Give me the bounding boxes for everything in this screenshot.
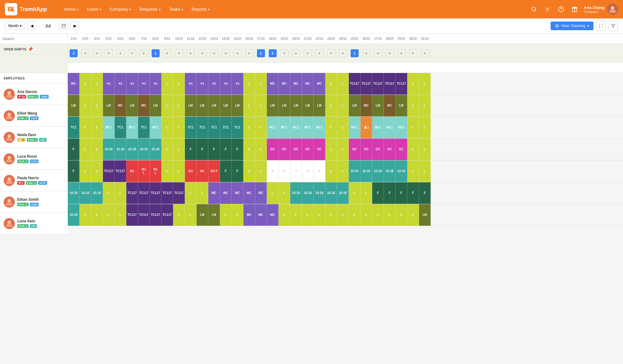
schedule-cell[interactable]: TC117 — [161, 204, 173, 226]
user-menu[interactable]: Ana Zhang Company — [584, 4, 618, 15]
schedule-cell[interactable]: L — [419, 73, 431, 95]
schedule-cell[interactable]: GC — [349, 139, 360, 160]
schedule-cell[interactable]: TC1 — [197, 117, 208, 138]
schedule-cell[interactable]: MC1 — [150, 117, 161, 138]
schedule-cell[interactable]: LM — [314, 95, 325, 116]
schedule-cell[interactable]: MC — [208, 182, 220, 204]
schedule-cell[interactable]: GC — [279, 139, 290, 160]
schedule-cell[interactable]: MC — [360, 95, 372, 116]
nav-reports[interactable]: Reports ▾ — [188, 4, 213, 14]
schedule-cell[interactable]: MC1 — [384, 117, 396, 138]
schedule-cell[interactable]: LM — [267, 95, 279, 116]
schedule-cell[interactable]: F — [396, 182, 407, 204]
schedule-cell[interactable]: L — [173, 204, 185, 226]
schedule-cell[interactable]: L — [232, 204, 243, 226]
open-shift-cell[interactable]: + — [419, 44, 431, 63]
filter-button[interactable] — [608, 21, 618, 31]
schedule-cell[interactable]: 10-18 — [384, 160, 396, 182]
schedule-cell[interactable]: F — [220, 139, 232, 160]
schedule-cell[interactable]: TC117 — [150, 204, 161, 226]
open-shift-cell[interactable]: + — [138, 44, 150, 63]
schedule-cell[interactable]: L — [279, 182, 290, 204]
schedule-cell[interactable]: LM — [185, 95, 197, 116]
schedule-cell[interactable]: L — [255, 117, 267, 138]
schedule-cell[interactable]: L — [243, 139, 255, 160]
schedule-cell[interactable]: LM — [126, 95, 138, 116]
schedule-cell[interactable]: L — [360, 182, 372, 204]
schedule-cell[interactable]: L — [173, 139, 185, 160]
schedule-cell[interactable]: GC — [372, 139, 384, 160]
open-shift-cell[interactable]: + — [302, 44, 314, 63]
open-shift-cell[interactable]: + — [161, 44, 173, 63]
schedule-cell[interactable]: L — [161, 95, 173, 116]
open-shift-cell[interactable]: + — [407, 44, 419, 63]
schedule-cell[interactable]: F — [68, 139, 79, 160]
schedule-cell[interactable]: L — [396, 204, 407, 226]
open-shift-cell[interactable]: + — [103, 44, 115, 63]
schedule-cell[interactable]: TC1 — [232, 117, 243, 138]
schedule-cell[interactable]: 10-18 — [396, 160, 407, 182]
schedule-cell[interactable]: LM — [279, 95, 290, 116]
schedule-cell[interactable]: TC117 — [126, 182, 138, 204]
schedule-cell[interactable]: MC — [302, 73, 314, 95]
nav-home[interactable]: Home ▾ — [60, 4, 82, 14]
schedule-cell[interactable]: L — [349, 204, 360, 226]
schedule-cell[interactable]: MC — [384, 95, 396, 116]
expand-button[interactable] — [596, 21, 606, 31]
schedule-cell[interactable]: L — [255, 160, 267, 182]
schedule-cell[interactable]: ✈1 — [150, 73, 161, 95]
schedule-cell[interactable]: GC — [384, 139, 396, 160]
open-shift-cell[interactable]: 1 — [150, 44, 161, 63]
schedule-cell[interactable]: MC1 — [372, 117, 384, 138]
schedule-cell[interactable]: L — [325, 204, 337, 226]
schedule-cell[interactable]: L — [325, 139, 337, 160]
schedule-cell[interactable]: L — [372, 204, 384, 226]
schedule-cell[interactable]: TC117 — [360, 73, 372, 95]
open-shift-cell[interactable]: + — [232, 44, 243, 63]
schedule-cell[interactable]: TC1 — [220, 117, 232, 138]
schedule-cell[interactable]: L — [79, 160, 91, 182]
schedule-cell[interactable]: TC1 — [185, 117, 197, 138]
schedule-cell[interactable]: F — [220, 160, 232, 182]
schedule-cell[interactable]: L — [337, 160, 349, 182]
schedule-cell[interactable]: MC — [68, 73, 79, 95]
schedule-cell[interactable]: L — [197, 182, 208, 204]
schedule-cell[interactable]: MC — [243, 182, 255, 204]
schedule-cell[interactable]: MC1 — [302, 117, 314, 138]
schedule-cell[interactable]: L — [290, 204, 302, 226]
schedule-cell[interactable]: ✈1 — [103, 73, 115, 95]
schedule-cell[interactable]: MC — [243, 204, 255, 226]
schedule-cell[interactable]: L — [161, 117, 173, 138]
schedule-cell[interactable]: F — [407, 182, 419, 204]
schedule-cell[interactable]: + — [302, 160, 314, 182]
schedule-cell[interactable]: TC1 — [115, 117, 126, 138]
open-shift-cell[interactable]: 1 — [349, 44, 360, 63]
schedule-cell[interactable]: LM — [419, 204, 431, 226]
schedule-cell[interactable]: LM — [197, 95, 208, 116]
schedule-cell[interactable]: ⚙1L — [138, 160, 150, 182]
open-shift-cell[interactable]: + — [372, 44, 384, 63]
schedule-cell[interactable]: TC117 — [138, 182, 150, 204]
nav-users[interactable]: Users ▾ — [83, 4, 105, 14]
schedule-cell[interactable]: F — [68, 160, 79, 182]
schedule-cell[interactable]: LM — [220, 95, 232, 116]
schedule-cell[interactable]: TC117 — [115, 160, 126, 182]
open-shift-cell[interactable]: + — [396, 44, 407, 63]
schedule-cell[interactable]: L — [419, 139, 431, 160]
schedule-cell[interactable]: TC117 — [126, 204, 138, 226]
schedule-cell[interactable]: ✈1 — [138, 73, 150, 95]
schedule-cell[interactable]: L — [407, 139, 419, 160]
open-shift-cell[interactable]: + — [337, 44, 349, 63]
open-shift-cell[interactable]: + — [220, 44, 232, 63]
schedule-cell[interactable]: L — [325, 160, 337, 182]
schedule-cell[interactable]: L — [419, 95, 431, 116]
schedule-cell[interactable]: 10-18 — [68, 182, 79, 204]
schedule-cell[interactable]: TC117 — [372, 73, 384, 95]
schedule-cell[interactable]: L — [243, 117, 255, 138]
schedule-cell[interactable]: L — [220, 204, 232, 226]
search-icon[interactable] — [530, 5, 538, 14]
schedule-cell[interactable]: LM — [103, 95, 115, 116]
schedule-cell[interactable]: F — [232, 139, 243, 160]
schedule-cell[interactable]: MC — [232, 182, 243, 204]
schedule-cell[interactable]: L — [115, 204, 126, 226]
